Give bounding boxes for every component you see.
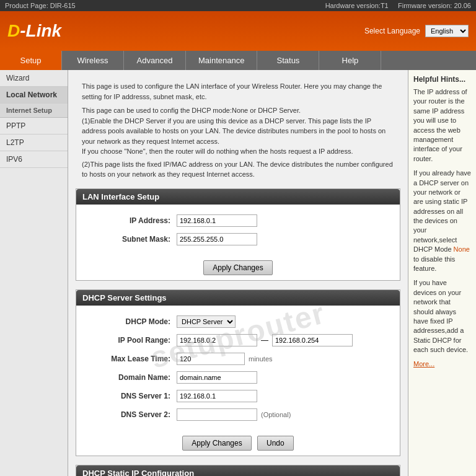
main-layout: Wizard Local Network Internet Setup PPTP… — [0, 70, 476, 476]
ip-pool-row: IP Pool Range: — — [84, 333, 392, 348]
logo-d: D — [7, 21, 20, 40]
lease-time-label: Max Lease Time: — [84, 355, 170, 363]
ip-pool-to-input[interactable] — [272, 334, 353, 346]
lease-time-input[interactable] — [177, 353, 245, 365]
static-ip-header: DHCP Static IP Configuration — [76, 465, 400, 477]
lan-interface-section: LAN Interface Setup IP Address: Subnet M… — [76, 188, 400, 281]
content-wrapper: setuprouter This page is used to configu… — [76, 76, 400, 476]
dns1-label: DNS Server 1: — [84, 392, 170, 400]
tab-status[interactable]: Status — [257, 51, 319, 70]
lang-label: Select Language — [364, 27, 420, 35]
lan-apply-button[interactable]: Apply Changes — [203, 260, 272, 275]
hw-fw-label: Hardware version:T1 Firmware version: 20… — [325, 2, 471, 9]
subnet-mask-label: Subnet Mask: — [84, 235, 170, 244]
dns1-input[interactable] — [177, 390, 257, 402]
lan-button-row: Apply Changes — [76, 255, 400, 280]
dns2-input[interactable] — [177, 408, 257, 421]
dns2-optional: (Optional) — [261, 411, 291, 418]
ip-address-input[interactable] — [177, 214, 257, 227]
content-area: setuprouter This page is used to configu… — [68, 70, 408, 476]
ip-pool-label: IP Pool Range: — [84, 336, 170, 345]
ip-address-label: IP Address: — [84, 216, 170, 225]
tab-advanced[interactable]: Advanced — [124, 51, 186, 70]
domain-name-row: Domain Name: — [84, 370, 392, 385]
language-selector[interactable]: Select Language English French German Sp… — [364, 25, 469, 37]
dns1-row: DNS Server 1: — [84, 389, 392, 403]
help-panel: Helpful Hints... The IP address of your … — [408, 70, 476, 476]
dhcp-section: DHCP Server Settings DHCP Mode: DHCP Ser… — [76, 289, 400, 456]
header: D-Link Select Language English French Ge… — [0, 11, 476, 51]
ip-address-row: IP Address: — [84, 213, 392, 228]
dhcp-section-header: DHCP Server Settings — [76, 290, 400, 306]
dns2-label: DNS Server 2: — [84, 410, 170, 419]
sidebar-section-internet-setup: Internet Setup — [0, 104, 68, 118]
desc-line3: (2)This page lists the fixed IP/MAC addr… — [82, 159, 394, 180]
help-none-link[interactable]: None — [454, 245, 470, 253]
dhcp-apply-button[interactable]: Apply Changes — [182, 436, 251, 451]
tab-help[interactable]: Help — [319, 51, 381, 70]
nav-tabs: Setup Wireless Advanced Maintenance Stat… — [0, 51, 476, 70]
dhcp-undo-button[interactable]: Undo — [257, 436, 294, 451]
sidebar-item-wizard[interactable]: Wizard — [0, 70, 68, 87]
lan-section-content: IP Address: Subnet Mask: — [76, 205, 400, 255]
lease-time-row: Max Lease Time: minutes — [84, 351, 392, 366]
sidebar-item-l2tp[interactable]: L2TP — [0, 134, 68, 151]
dhcp-mode-select[interactable]: DHCP Server None — [177, 315, 236, 328]
lease-unit: minutes — [249, 355, 273, 363]
sidebar: Wizard Local Network Internet Setup PPTP… — [0, 70, 68, 476]
subnet-mask-row: Subnet Mask: — [84, 232, 392, 247]
dhcp-button-row: Apply Changes Undo — [76, 431, 400, 456]
help-text1: The IP address of your router is the sam… — [413, 87, 471, 164]
subnet-mask-input[interactable] — [177, 233, 257, 245]
sidebar-item-ipv6[interactable]: IPV6 — [0, 151, 68, 168]
dhcp-section-content: DHCP Mode: DHCP Server None IP Pool Rang… — [76, 306, 400, 431]
ip-pool-from-input[interactable] — [177, 334, 257, 346]
desc-line2: This page can be used to config the DHCP… — [82, 105, 394, 157]
help-text2: If you already have a DHCP server on you… — [413, 169, 471, 273]
static-ip-section: DHCP Static IP Configuration IP Address:… — [76, 465, 400, 477]
dhcp-mode-label: DHCP Mode: — [84, 317, 170, 326]
sidebar-item-local-network[interactable]: Local Network — [0, 87, 68, 104]
help-more-link[interactable]: More... — [413, 360, 471, 368]
logo: D-Link — [7, 21, 61, 41]
help-title: Helpful Hints... — [413, 75, 471, 84]
help-text4: If you have devices on your network that… — [413, 278, 471, 355]
domain-name-label: Domain Name: — [84, 373, 170, 382]
tab-wireless[interactable]: Wireless — [62, 51, 124, 70]
tab-setup[interactable]: Setup — [0, 51, 62, 70]
language-dropdown[interactable]: English French German Spanish — [425, 25, 469, 37]
ip-pool-range: — — [177, 334, 353, 346]
tab-maintenance[interactable]: Maintenance — [186, 51, 257, 70]
sidebar-item-pptp[interactable]: PPTP — [0, 118, 68, 134]
product-label: Product Page: DIR-615 — [5, 2, 76, 9]
domain-name-input[interactable] — [177, 371, 257, 384]
ip-range-dash: — — [261, 336, 268, 345]
dhcp-mode-row: DHCP Mode: DHCP Server None — [84, 314, 392, 329]
dns2-row: DNS Server 2: (Optional) — [84, 407, 392, 422]
desc-line1: This page is used to configure the LAN i… — [82, 81, 394, 102]
top-bar: Product Page: DIR-615 Hardware version:T… — [0, 0, 476, 11]
description-block: This page is used to configure the LAN i… — [76, 76, 400, 185]
lan-section-header: LAN Interface Setup — [76, 189, 400, 205]
